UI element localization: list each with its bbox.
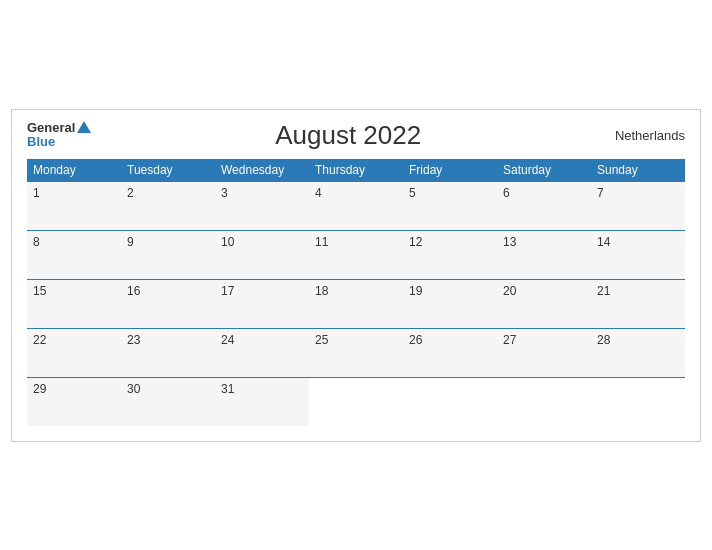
day-number: 23 xyxy=(127,333,140,347)
calendar-cell: 22 xyxy=(27,328,121,377)
day-number: 24 xyxy=(221,333,234,347)
calendar-week-row: 15161718192021 xyxy=(27,279,685,328)
calendar-week-row: 293031 xyxy=(27,377,685,426)
day-number: 9 xyxy=(127,235,134,249)
calendar-cell: 4 xyxy=(309,181,403,230)
day-number: 15 xyxy=(33,284,46,298)
calendar-cell: 7 xyxy=(591,181,685,230)
day-number: 30 xyxy=(127,382,140,396)
calendar-header: General Blue August 2022 Netherlands xyxy=(27,120,685,151)
day-number: 11 xyxy=(315,235,328,249)
calendar-cell: 25 xyxy=(309,328,403,377)
day-number: 29 xyxy=(33,382,46,396)
header-saturday: Saturday xyxy=(497,159,591,182)
calendar-cell xyxy=(591,377,685,426)
day-number: 8 xyxy=(33,235,40,249)
calendar-cell: 20 xyxy=(497,279,591,328)
calendar-week-row: 22232425262728 xyxy=(27,328,685,377)
logo-general: General xyxy=(27,121,75,135)
calendar-cell: 24 xyxy=(215,328,309,377)
country-label: Netherlands xyxy=(605,128,685,143)
calendar-cell: 21 xyxy=(591,279,685,328)
day-number: 2 xyxy=(127,186,134,200)
calendar-cell: 12 xyxy=(403,230,497,279)
calendar-cell: 2 xyxy=(121,181,215,230)
day-number: 16 xyxy=(127,284,140,298)
day-number: 31 xyxy=(221,382,234,396)
day-number: 17 xyxy=(221,284,234,298)
calendar-cell: 23 xyxy=(121,328,215,377)
weekday-header-row: Monday Tuesday Wednesday Thursday Friday… xyxy=(27,159,685,182)
calendar-cell: 26 xyxy=(403,328,497,377)
calendar-cell: 18 xyxy=(309,279,403,328)
day-number: 7 xyxy=(597,186,604,200)
calendar-cell: 1 xyxy=(27,181,121,230)
calendar-week-row: 891011121314 xyxy=(27,230,685,279)
day-number: 5 xyxy=(409,186,416,200)
calendar-container: General Blue August 2022 Netherlands Mon… xyxy=(11,109,701,442)
calendar-cell: 13 xyxy=(497,230,591,279)
calendar-cell xyxy=(497,377,591,426)
day-number: 4 xyxy=(315,186,322,200)
calendar-cell: 19 xyxy=(403,279,497,328)
calendar-title: August 2022 xyxy=(91,120,605,151)
day-number: 3 xyxy=(221,186,228,200)
day-number: 13 xyxy=(503,235,516,249)
day-number: 12 xyxy=(409,235,422,249)
day-number: 20 xyxy=(503,284,516,298)
calendar-cell: 5 xyxy=(403,181,497,230)
calendar-cell: 16 xyxy=(121,279,215,328)
calendar-cell: 30 xyxy=(121,377,215,426)
calendar-cell: 8 xyxy=(27,230,121,279)
header-sunday: Sunday xyxy=(591,159,685,182)
header-tuesday: Tuesday xyxy=(121,159,215,182)
logo-triangle-icon xyxy=(77,121,91,133)
calendar-cell: 3 xyxy=(215,181,309,230)
header-monday: Monday xyxy=(27,159,121,182)
calendar-grid: Monday Tuesday Wednesday Thursday Friday… xyxy=(27,159,685,426)
day-number: 25 xyxy=(315,333,328,347)
calendar-week-row: 1234567 xyxy=(27,181,685,230)
logo-blue: Blue xyxy=(27,135,55,149)
calendar-cell xyxy=(309,377,403,426)
header-thursday: Thursday xyxy=(309,159,403,182)
calendar-cell: 31 xyxy=(215,377,309,426)
day-number: 1 xyxy=(33,186,40,200)
calendar-cell: 29 xyxy=(27,377,121,426)
day-number: 21 xyxy=(597,284,610,298)
logo: General Blue xyxy=(27,121,91,150)
day-number: 6 xyxy=(503,186,510,200)
header-friday: Friday xyxy=(403,159,497,182)
day-number: 22 xyxy=(33,333,46,347)
day-number: 27 xyxy=(503,333,516,347)
calendar-cell xyxy=(403,377,497,426)
day-number: 26 xyxy=(409,333,422,347)
calendar-cell: 17 xyxy=(215,279,309,328)
calendar-cell: 10 xyxy=(215,230,309,279)
calendar-cell: 6 xyxy=(497,181,591,230)
calendar-cell: 14 xyxy=(591,230,685,279)
header-wednesday: Wednesday xyxy=(215,159,309,182)
calendar-cell: 11 xyxy=(309,230,403,279)
calendar-cell: 27 xyxy=(497,328,591,377)
calendar-cell: 15 xyxy=(27,279,121,328)
day-number: 28 xyxy=(597,333,610,347)
day-number: 19 xyxy=(409,284,422,298)
calendar-cell: 9 xyxy=(121,230,215,279)
day-number: 10 xyxy=(221,235,234,249)
day-number: 14 xyxy=(597,235,610,249)
calendar-cell: 28 xyxy=(591,328,685,377)
day-number: 18 xyxy=(315,284,328,298)
